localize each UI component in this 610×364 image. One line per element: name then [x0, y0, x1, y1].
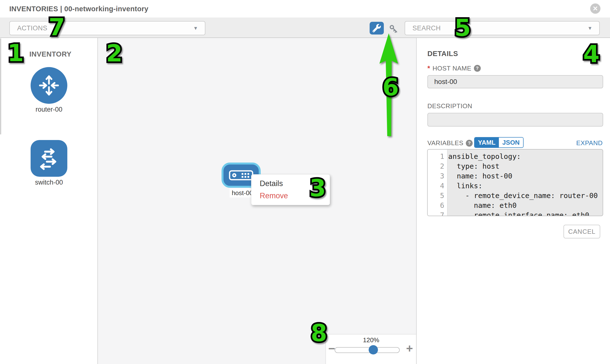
code-line-number: 5 — [428, 191, 444, 200]
cancel-button[interactable]: CANCEL — [563, 225, 600, 238]
menu-item-remove[interactable]: Remove — [260, 190, 330, 202]
code-lines: 1ansible_topology:2 type: host3 name: ho… — [428, 152, 603, 216]
zoom-in-button[interactable]: + — [406, 342, 413, 355]
code-line-text: links: — [444, 181, 482, 191]
chevron-down-icon: ▼ — [587, 26, 592, 31]
sidebar-edge-line — [0, 39, 1, 134]
key-button[interactable] — [388, 24, 399, 34]
help-icon[interactable]: ? — [474, 65, 481, 72]
code-line: 7 remote_interface_name: eth0 — [428, 210, 603, 216]
variables-label: VARIABLES — [427, 139, 463, 147]
close-icon[interactable]: ✕ — [590, 3, 600, 14]
code-line-text: name: host-00 — [444, 171, 512, 181]
zoom-slider-track[interactable] — [335, 347, 400, 353]
code-line-text: remote_interface_name: eth0 — [444, 210, 589, 216]
description-label: DESCRIPTION — [427, 102, 472, 110]
zoom-slider-handle[interactable] — [369, 345, 378, 354]
code-line: 2 type: host — [428, 161, 603, 171]
help-icon[interactable]: ? — [466, 140, 473, 147]
zoom-level-value: 120% — [326, 336, 416, 344]
variables-format-toggle: YAML JSON — [474, 137, 524, 148]
details-title: DETAILS — [427, 50, 458, 58]
sidebar-title: INVENTORY — [29, 50, 71, 58]
sidebar-item-router[interactable]: router-00 — [25, 67, 73, 113]
node-context-menu: Details Remove — [251, 174, 330, 205]
required-asterisk: * — [427, 64, 430, 72]
host-name-label: HOST NAME — [432, 65, 471, 72]
page-title: INVENTORIES | 00-networking-inventory — [9, 5, 148, 13]
topology-canvas[interactable]: host-00 Details Remove 120% − + — [98, 38, 416, 364]
code-line: 6 name: eth0 — [428, 200, 603, 210]
menu-item-details[interactable]: Details — [260, 178, 330, 190]
zoom-control: 120% − + — [325, 334, 417, 364]
header-bar: INVENTORIES | 00-networking-inventory ✕ — [0, 0, 610, 18]
code-line-text: ansible_topology: — [444, 152, 521, 161]
code-line-number: 1 — [428, 152, 444, 161]
code-line-number: 4 — [428, 181, 444, 191]
tab-json[interactable]: JSON — [499, 138, 523, 147]
code-line-text: - remote_device_name: router-00 — [444, 191, 598, 200]
tab-yaml[interactable]: YAML — [475, 138, 499, 147]
key-icon — [389, 24, 399, 34]
switch-label: switch-00 — [25, 179, 73, 186]
wrench-icon — [373, 24, 381, 32]
host-icon — [229, 170, 253, 181]
description-label-row: DESCRIPTION — [427, 102, 472, 110]
actions-dropdown-label: ACTIONS — [17, 25, 48, 32]
code-line-number: 3 — [428, 171, 444, 181]
toolbar: ACTIONS ▼ — [0, 18, 610, 38]
host-name-label-row: * HOST NAME ? — [427, 64, 481, 72]
router-label: router-00 — [25, 106, 73, 113]
code-line-number: 2 — [428, 161, 444, 171]
inventory-topology-window: INVENTORIES | 00-networking-inventory ✕ … — [0, 0, 610, 364]
variables-label-row: VARIABLES ? — [427, 139, 473, 147]
router-icon — [31, 67, 67, 104]
switch-icon — [31, 140, 67, 177]
variables-code-editor[interactable]: 1ansible_topology:2 type: host3 name: ho… — [427, 149, 603, 216]
chevron-down-icon: ▼ — [193, 26, 198, 31]
search-dropdown[interactable]: SEARCH ▼ — [405, 21, 600, 35]
code-line-text: type: host — [444, 161, 500, 171]
code-line: 5 - remote_device_name: router-00 — [428, 191, 603, 200]
search-dropdown-label: SEARCH — [413, 25, 441, 32]
code-line-number: 6 — [428, 200, 444, 210]
code-line-number: 7 — [428, 210, 444, 216]
description-field[interactable] — [427, 113, 603, 127]
code-line: 1ansible_topology: — [428, 152, 603, 161]
zoom-out-button[interactable]: − — [328, 342, 335, 355]
expand-link[interactable]: EXPAND — [576, 139, 603, 147]
details-panel: DETAILS * HOST NAME ? DESCRIPTION VARIAB… — [416, 38, 610, 364]
code-line: 4 links: — [428, 181, 603, 191]
host-name-field[interactable] — [427, 75, 603, 88]
actions-dropdown[interactable]: ACTIONS ▼ — [9, 21, 205, 35]
sidebar-item-switch[interactable]: switch-00 — [25, 140, 73, 186]
inventory-sidebar: INVENTORY router-00 — [0, 38, 98, 364]
code-line: 3 name: host-00 — [428, 171, 603, 181]
code-line-text: name: eth0 — [444, 200, 517, 210]
tools-button[interactable] — [370, 22, 384, 35]
